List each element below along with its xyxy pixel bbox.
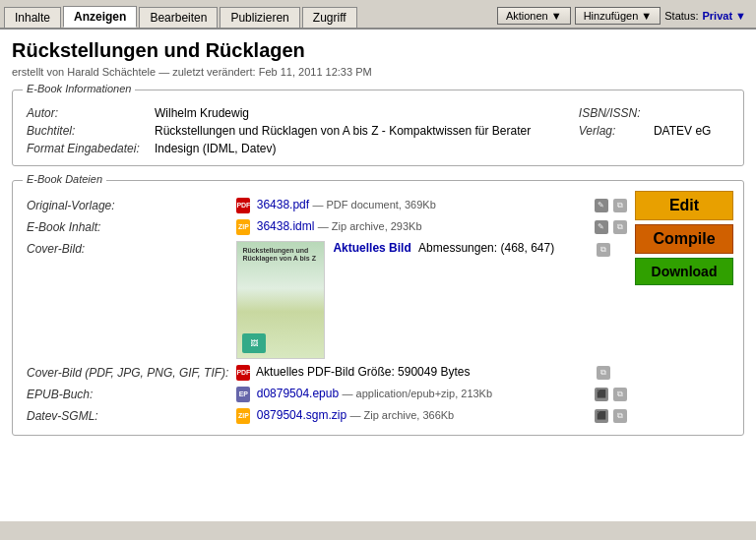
aktionen-button[interactable]: Aktionen ▼: [497, 7, 571, 25]
info-row-buchtitel: Buchtitel: Rückstellungen und Rücklagen …: [23, 122, 733, 140]
buchtitel-value: Rückstellungen und Rücklagen von A bis Z…: [151, 122, 559, 140]
inhalt-edit-icon[interactable]: ✎: [595, 220, 608, 234]
buchtitel-label: Buchtitel:: [23, 122, 151, 140]
autor-value: Wilhelm Krudewig: [151, 104, 559, 122]
cover-bild-actions: ⧉: [591, 238, 635, 362]
inhalt-cell: ZIP 36438.idml — Zip archive, 293Kb: [232, 216, 590, 238]
ebook-info-table: Autor: Wilhelm Krudewig ISBN/ISSN: Bucht…: [23, 104, 733, 157]
datev-desc: — Zip archive, 366Kb: [349, 409, 454, 421]
original-vorlage-actions: ✎ ⧉: [591, 195, 635, 216]
files-main: Original-Vorlage: PDF 36438.pdf — PDF do…: [23, 191, 635, 427]
tab-bearbeiten[interactable]: Bearbeiten: [139, 7, 218, 28]
isbn-value: [650, 104, 733, 122]
tab-publizieren[interactable]: Publizieren: [220, 7, 299, 28]
pdf-icon: PDF: [236, 198, 250, 213]
tab-anzeigen[interactable]: Anzeigen: [63, 6, 137, 28]
inhalt-link[interactable]: 36438.idml: [257, 219, 315, 233]
copy-icon[interactable]: ⧉: [613, 199, 627, 212]
cover-content: Rückstellungen und Rücklagen von A bis Z…: [236, 241, 586, 359]
datev-link[interactable]: 0879504.sgm.zip: [257, 408, 346, 422]
cover-inner: Rückstellungen und Rücklagen von A bis Z…: [237, 242, 324, 358]
original-vorlage-link[interactable]: 36438.pdf: [257, 198, 309, 211]
file-row-inhalt: E-Book Inhalt: ZIP 36438.idml — Zip arch…: [23, 216, 635, 238]
datev-monitor-icon[interactable]: ⬛: [595, 409, 608, 423]
file-row-datev: Datev-SGML: ZIP 0879504.sgm.zip — Zip ar…: [23, 405, 635, 427]
file-row-cover-pdf: Cover-Bild (PDF, JPG, PNG, GIF, TIF): PD…: [23, 362, 635, 384]
original-vorlage-label: Original-Vorlage:: [23, 195, 232, 216]
inhalt-actions: ✎ ⧉: [591, 216, 635, 238]
cover-pdf-copy-icon[interactable]: ⧉: [597, 366, 610, 380]
datev-copy-icon[interactable]: ⧉: [613, 409, 627, 423]
datev-zip-icon: ZIP: [236, 408, 250, 424]
epub-label: EPUB-Buch:: [23, 384, 232, 405]
file-row-original: Original-Vorlage: PDF 36438.pdf — PDF do…: [23, 195, 635, 216]
page-meta: erstellt von Harald Schächtele — zuletzt…: [12, 66, 744, 78]
format-value: Indesign (IDML, Datev): [151, 140, 559, 157]
file-row-cover: Cover-Bild: Rückstellungen und Rücklagen…: [23, 238, 635, 362]
autor-label: Autor:: [23, 104, 151, 122]
cover-copy-icon[interactable]: ⧉: [597, 243, 610, 257]
datev-actions: ⬛ ⧉: [591, 405, 635, 427]
aktuelles-bild-label: Aktuelles Bild: [333, 241, 410, 255]
info-row-format: Format Eingabedatei: Indesign (IDML, Dat…: [23, 140, 733, 157]
info-row-autor: Autor: Wilhelm Krudewig ISBN/ISSN:: [23, 104, 733, 122]
epub-cell: EP d0879504.epub — application/epub+zip,…: [232, 384, 590, 405]
inhalt-desc: — Zip archive, 293Kb: [318, 220, 422, 232]
cover-image: Rückstellungen und Rücklagen von A bis Z…: [236, 241, 325, 359]
tab-zugriff[interactable]: Zugriff: [302, 7, 357, 28]
file-row-epub: EPUB-Buch: EP d0879504.epub — applicatio…: [23, 384, 635, 405]
ebook-dateien-section: E-Book Dateien Original-Vorlage: PDF 364…: [12, 180, 744, 436]
verlag-value: DATEV eG: [650, 122, 733, 140]
action-buttons: Edit Compile Download: [635, 191, 733, 285]
format-label: Format Eingabedatei:: [23, 140, 151, 157]
files-with-actions: Original-Vorlage: PDF 36438.pdf — PDF do…: [23, 191, 733, 427]
epub-copy-icon[interactable]: ⧉: [613, 388, 627, 401]
epub-monitor-icon[interactable]: ⬛: [595, 388, 608, 401]
status-value[interactable]: Privat ▼: [702, 10, 746, 22]
cover-bild-label: Cover-Bild:: [23, 238, 232, 362]
epub-actions: ⬛ ⧉: [591, 384, 635, 405]
cover-pdf-actions: ⧉: [591, 362, 635, 384]
epub-desc: — application/epub+zip, 213Kb: [342, 388, 492, 399]
cover-book-title: Rückstellungen und Rücklagen von A bis Z: [242, 247, 319, 264]
cover-pdf-text: Aktuelles PDF-Bild Größe: 590049 Bytes: [256, 365, 470, 379]
verlag-label: Verlag:: [559, 122, 650, 140]
isbn-label: ISBN/ISSN:: [559, 104, 650, 122]
download-button[interactable]: Download: [635, 258, 733, 285]
compile-button[interactable]: Compile: [635, 224, 733, 254]
cover-text-part: Aktuelles Bild Abmessungen: (468, 647): [333, 241, 586, 255]
tab-inhalte[interactable]: Inhalte: [4, 7, 61, 28]
edit-icon[interactable]: ✎: [595, 199, 608, 212]
inhalt-copy-icon[interactable]: ⧉: [613, 220, 627, 234]
inhalt-label: E-Book Inhalt:: [23, 216, 232, 238]
cover-pdf-icon: PDF: [236, 365, 250, 381]
cover-bild-cell: Rückstellungen und Rücklagen von A bis Z…: [232, 238, 590, 362]
tab-bar: Inhalte Anzeigen Bearbeiten Publizieren …: [0, 0, 756, 30]
ebook-dateien-title: E-Book Dateien: [23, 173, 106, 185]
original-vorlage-cell: PDF 36438.pdf — PDF document, 369Kb: [232, 195, 590, 216]
original-vorlage-desc: — PDF document, 369Kb: [312, 199, 435, 210]
datev-label: Datev-SGML:: [23, 405, 232, 427]
cover-thumbnail-icon: 🖼: [242, 333, 266, 353]
main-content: Rückstellungen und Rücklagen erstellt vo…: [0, 30, 756, 521]
edit-button[interactable]: Edit: [635, 191, 733, 220]
cover-pdf-cell: PDF Aktuelles PDF-Bild Größe: 590049 Byt…: [232, 362, 590, 384]
hinzufuegen-button[interactable]: Hinzufügen ▼: [575, 7, 662, 25]
page-title: Rückstellungen und Rücklagen: [12, 39, 744, 62]
datev-cell: ZIP 0879504.sgm.zip — Zip archive, 366Kb: [232, 405, 590, 427]
ebook-info-title: E-Book Informationen: [23, 83, 135, 94]
epub-link[interactable]: d0879504.epub: [257, 387, 339, 400]
status-label: Status:: [664, 10, 698, 22]
abmessungen-text: Abmessungen: (468, 647): [418, 241, 554, 255]
zip-icon: ZIP: [236, 219, 250, 235]
cover-pdf-label: Cover-Bild (PDF, JPG, PNG, GIF, TIF):: [23, 362, 232, 384]
files-table: Original-Vorlage: PDF 36438.pdf — PDF do…: [23, 195, 635, 427]
ebook-info-section: E-Book Informationen Autor: Wilhelm Krud…: [12, 90, 744, 166]
epub-icon: EP: [236, 387, 250, 402]
